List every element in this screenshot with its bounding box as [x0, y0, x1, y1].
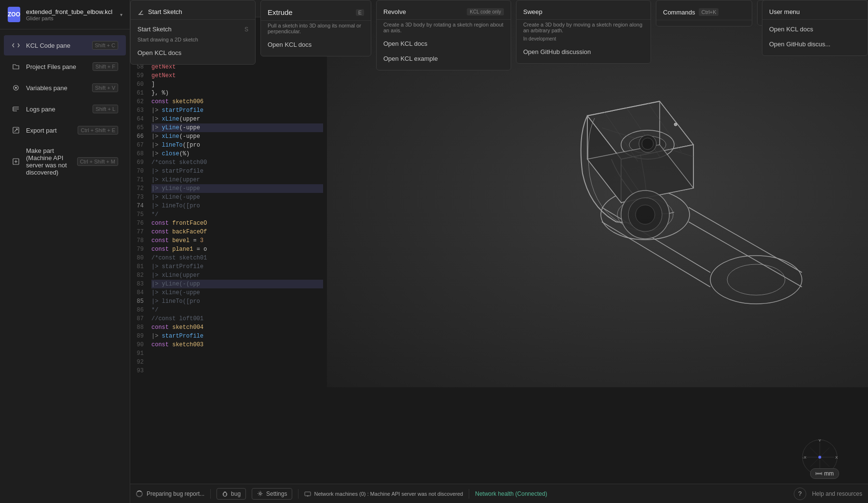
unit-label: mm — [824, 470, 834, 477]
sidebar-item-make-part[interactable]: Make part (Machine API server was not di… — [4, 141, 126, 182]
project-dropdown-arrow[interactable]: ▾ — [120, 12, 122, 17]
svg-line-13 — [689, 207, 802, 272]
export-part-label: Export part — [26, 127, 72, 134]
project-info: extended_front_tube_elbow.kcl Glider par… — [26, 8, 112, 21]
help-button[interactable]: ? — [794, 488, 806, 500]
svg-line-35 — [139, 11, 142, 14]
code-content: 53 54 55 56 57 58 59 60 61 62 63 64 65 6… — [130, 17, 327, 484]
svg-rect-43 — [305, 492, 311, 496]
svg-point-29 — [642, 138, 653, 150]
make-part-icon — [12, 157, 20, 166]
start-sketch-item[interactable]: Start Sketch S — [131, 22, 255, 37]
svg-point-10 — [710, 256, 802, 304]
separator-1 — [210, 489, 211, 499]
variables-pane-label: Variables pane — [26, 84, 86, 92]
svg-point-33 — [674, 123, 677, 126]
svg-line-15 — [689, 222, 802, 287]
revolve-header: Revolve KCL code only — [377, 4, 511, 20]
commands-header: Commands Ctrl+K — [656, 4, 752, 20]
svg-point-36 — [223, 492, 227, 496]
zoo-logo: ZOO — [8, 7, 20, 22]
sweep-title: Sweep — [523, 8, 542, 15]
user-menu-github[interactable]: Open GitHub discus... — [762, 37, 868, 52]
start-sketch-header: Start Sketch — [131, 4, 255, 20]
preparing-text: Preparing bug report... — [147, 490, 204, 497]
folder-icon — [12, 62, 20, 71]
svg-point-11 — [727, 264, 785, 295]
line-numbers: 53 54 55 56 57 58 59 60 61 62 63 64 65 6… — [130, 17, 148, 484]
bug-icon — [222, 490, 228, 497]
ruler-icon — [815, 471, 822, 476]
extrude-dropdown: Extrude E Pull a sketch into 3D along it… — [260, 0, 371, 56]
project-subtitle: Glider parts — [26, 15, 112, 21]
start-sketch-dropdown: Start Sketch Start Sketch S Start drawin… — [130, 0, 256, 65]
export-icon — [12, 126, 20, 135]
sidebar-item-variables[interactable]: Variables pane Shift + V — [4, 78, 126, 98]
main-area: </> KCL Code ··· ✕ Close 53 54 55 56 57 … — [130, 0, 868, 503]
extrude-title: Extrude — [268, 8, 293, 16]
commands-label: Commands — [663, 9, 695, 16]
network-health-status: Network health (Connected) — [475, 490, 547, 497]
make-part-label: Make part (Machine API server was not di… — [26, 147, 71, 176]
svg-point-42 — [259, 493, 261, 495]
open-kcl-docs-item-sketch[interactable]: Open KCL docs — [131, 45, 255, 60]
kcl-code-pane-label: KCL Code pane — [26, 42, 86, 49]
logs-shortcut: Shift + L — [93, 105, 118, 113]
preparing-status: Preparing bug report... — [136, 490, 204, 497]
separator-3 — [469, 489, 469, 499]
sidebar-item-export[interactable]: Export part Ctrl + Shift + E — [4, 120, 126, 140]
unit-display[interactable]: mm — [810, 468, 839, 479]
network-machine-text: Network machines (0) : Machine API serve… — [314, 491, 463, 497]
user-menu-header: User menu — [762, 4, 868, 20]
svg-point-55 — [818, 456, 821, 459]
sweep-header: Sweep — [516, 4, 651, 20]
sketch-icon — [137, 9, 144, 15]
bug-button[interactable]: bug — [217, 488, 246, 500]
network-health-text: Network health (Connected) — [475, 490, 547, 497]
open-github-sweep[interactable]: Open GitHub discussion — [516, 44, 651, 59]
variables-shortcut: Shift + V — [92, 83, 118, 92]
svg-text:-X: -X — [802, 455, 807, 460]
logs-pane-label: Logs pane — [26, 106, 87, 113]
kcl-code-shortcut: Shift + C — [92, 41, 119, 50]
network-icon — [304, 490, 311, 497]
revolve-desc: Create a 3D body by rotating a sketch re… — [377, 22, 511, 36]
settings-label: Settings — [266, 490, 287, 497]
user-menu-dropdown: User menu Open KCL docs Open GitHub disc… — [762, 0, 868, 56]
export-shortcut: Ctrl + Shift + E — [78, 126, 118, 135]
sidebar-navigation: KCL Code pane Shift + C Project Files pa… — [0, 34, 130, 503]
loading-spinner — [136, 490, 143, 497]
commands-shortcut: Ctrl+K — [699, 8, 719, 16]
code-text[interactable]: getNext getNext getNext getNext getNext … — [148, 17, 327, 484]
open-kcl-docs-extrude[interactable]: Open KCL docs — [261, 37, 371, 52]
settings-button[interactable]: Settings — [252, 488, 292, 500]
open-kcl-example-revolve[interactable]: Open KCL example — [377, 51, 511, 66]
sidebar-item-kcl-code[interactable]: KCL Code pane Shift + C — [4, 35, 126, 55]
svg-point-32 — [636, 205, 655, 224]
sweep-desc: Create a 3D body by moving a sketch regi… — [516, 22, 651, 36]
sweep-dropdown: Sweep Create a 3D body by moving a sketc… — [516, 0, 651, 64]
svg-point-1 — [15, 87, 17, 89]
open-kcl-docs-revolve[interactable]: Open KCL docs — [377, 36, 511, 51]
user-menu-kcl-docs[interactable]: Open KCL docs — [762, 22, 868, 37]
start-sketch-desc: Start drawing a 2D sketch — [131, 37, 255, 45]
extrude-desc: Pull a sketch into 3D along its normal o… — [261, 23, 371, 37]
svg-text:X: X — [835, 455, 838, 460]
code-icon — [12, 41, 20, 50]
revolve-dropdown: Revolve KCL code only Create a 3D body b… — [376, 0, 511, 70]
logo-text: ZOO — [8, 11, 20, 18]
help-icon: ? — [798, 490, 801, 497]
logs-icon — [12, 105, 20, 113]
revolve-title: Revolve — [383, 8, 406, 15]
sidebar-item-project-files[interactable]: Project Files pane Shift + F — [4, 56, 126, 77]
separator-2 — [298, 489, 298, 499]
in-development-label: In development — [516, 36, 651, 44]
extrude-key: E — [356, 9, 364, 16]
unit-indicator: mm — [810, 468, 839, 479]
code-pane: </> KCL Code ··· ✕ Close 53 54 55 56 57 … — [130, 0, 327, 484]
variables-icon — [12, 83, 20, 92]
project-files-shortcut: Shift + F — [93, 62, 118, 71]
revolve-tag: KCL code only — [467, 8, 504, 15]
sidebar-item-logs[interactable]: Logs pane Shift + L — [4, 99, 126, 119]
network-machines-status: Network machines (0) : Machine API serve… — [304, 490, 463, 497]
